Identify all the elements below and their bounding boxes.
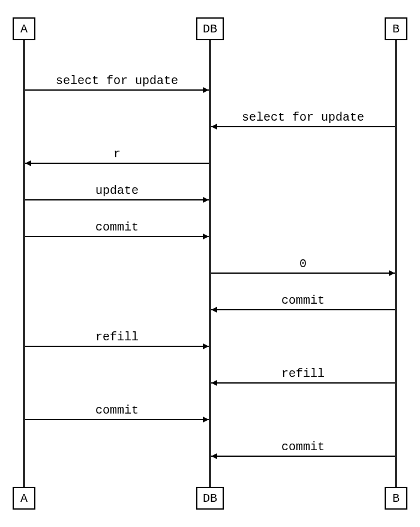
message-label-1: select for update <box>242 110 364 124</box>
message-label-3: update <box>95 184 139 197</box>
sequence-diagram: ADBBADBBselect for updateselect for upda… <box>0 0 420 527</box>
message-label-8: refill <box>281 367 325 381</box>
actor-label-a-bottom: A <box>20 492 28 505</box>
actor-label-a-top: A <box>20 22 28 36</box>
message-label-0: select for update <box>56 74 178 88</box>
message-label-2: r <box>113 147 121 161</box>
actor-label-db-top: DB <box>203 22 217 36</box>
message-label-4: commit <box>95 220 139 234</box>
actor-label-b-top: B <box>392 22 400 36</box>
message-label-7: refill <box>95 330 139 344</box>
message-label-9: commit <box>95 403 139 417</box>
message-label-6: commit <box>281 294 325 307</box>
actor-label-b-bottom: B <box>392 492 400 505</box>
actor-label-db-bottom: DB <box>203 492 217 505</box>
message-label-5: 0 <box>299 257 307 271</box>
message-label-10: commit <box>281 440 325 454</box>
